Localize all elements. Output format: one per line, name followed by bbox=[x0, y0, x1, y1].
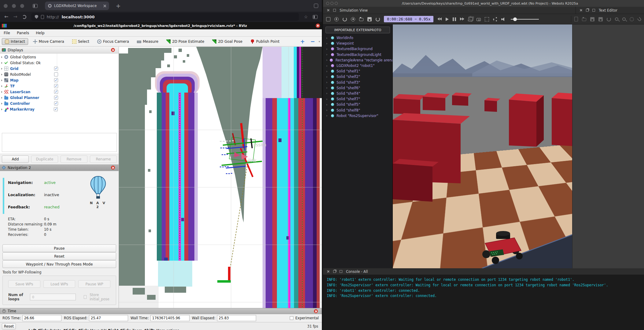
page-icon[interactable] bbox=[41, 15, 44, 19]
rviz-close-icon[interactable] bbox=[316, 24, 320, 28]
shield-icon[interactable] bbox=[35, 15, 38, 19]
pause-icon[interactable] bbox=[453, 17, 456, 21]
display-item[interactable]: TF bbox=[0, 83, 119, 89]
bookmark-star-icon[interactable]: ☆ bbox=[304, 14, 308, 19]
rendering-mode-icon[interactable] bbox=[468, 16, 473, 21]
tree-caret-icon[interactable]: › bbox=[326, 80, 329, 84]
text-editor-body[interactable] bbox=[572, 24, 644, 268]
quit-simulation-icon[interactable] bbox=[326, 17, 330, 21]
scene-tree-item[interactable]: › Solid "shelf3" bbox=[323, 80, 392, 85]
save-world-icon[interactable] bbox=[367, 17, 372, 21]
console-close-icon[interactable] bbox=[327, 270, 329, 273]
webots-minimize-icon[interactable] bbox=[330, 2, 333, 5]
forward-icon[interactable]: → bbox=[13, 14, 17, 19]
display-item[interactable]: Global Status: Ok bbox=[0, 60, 119, 66]
attach-icon[interactable] bbox=[637, 17, 642, 22]
goal-pose-tool-button[interactable]: 2D Goal Pose bbox=[209, 38, 245, 45]
save-as-icon[interactable] bbox=[598, 17, 603, 21]
reset-simulation-icon[interactable] bbox=[343, 17, 347, 21]
console-maximize-icon[interactable] bbox=[340, 270, 342, 273]
display-item[interactable]: Global Options bbox=[0, 54, 119, 60]
display-item[interactable]: RobotModel bbox=[0, 72, 119, 77]
importable-externproto-button[interactable]: IMPORTABLE EXTERNPROTO bbox=[326, 27, 390, 33]
scene-tree-item[interactable]: › RectangleArena "rectangle arena" bbox=[323, 57, 392, 63]
displays-close-icon[interactable] bbox=[111, 48, 115, 52]
sound-icon[interactable] bbox=[501, 17, 506, 21]
ted-undock-icon[interactable] bbox=[586, 9, 589, 12]
scene-tree-item[interactable]: › Solid "shelf1" bbox=[323, 68, 392, 74]
expand-caret-icon[interactable] bbox=[1, 85, 2, 87]
tree-caret-icon[interactable]: › bbox=[326, 42, 329, 46]
remove-tool-icon[interactable]: − bbox=[308, 38, 317, 45]
render-eye-icon[interactable] bbox=[351, 17, 355, 21]
display-item[interactable]: LaserScan bbox=[0, 89, 119, 95]
tree-caret-icon[interactable]: › bbox=[326, 53, 329, 57]
tool-options-caret-icon[interactable]: ▾ bbox=[318, 40, 320, 43]
scene-tree-item[interactable]: › Solid "shelf2" bbox=[323, 74, 392, 79]
sim-undock-icon[interactable] bbox=[333, 9, 336, 12]
tree-caret-icon[interactable]: › bbox=[326, 91, 329, 95]
find-replace-icon[interactable] bbox=[622, 17, 626, 21]
address-field[interactable]: http:// localhost:3000 bbox=[31, 13, 299, 21]
console-output[interactable]: INFO: 'robot1' extern controller: Waitin… bbox=[323, 275, 644, 301]
remove-display-button[interactable]: Remove bbox=[61, 156, 87, 163]
window-minimize-icon[interactable] bbox=[12, 4, 16, 8]
scene-tree-item[interactable]: › Robot "Ros2Supervisor" bbox=[323, 113, 392, 119]
reload-world-icon[interactable] bbox=[376, 17, 380, 21]
display-enabled-checkbox[interactable] bbox=[54, 72, 58, 76]
select-tool-button[interactable]: Select bbox=[69, 38, 92, 45]
ted-maximize-icon[interactable] bbox=[592, 9, 595, 12]
rviz-viewport[interactable]: ssim _link bbox=[119, 47, 322, 308]
screenshot-icon[interactable] bbox=[477, 18, 481, 21]
menu-file[interactable]: File bbox=[4, 31, 10, 35]
expand-caret-icon[interactable] bbox=[1, 97, 2, 99]
expand-caret-icon[interactable] bbox=[1, 79, 2, 81]
add-node-icon[interactable] bbox=[334, 17, 339, 21]
camera-reset-button[interactable]: Reset bbox=[2, 323, 16, 329]
display-item[interactable]: Controller bbox=[0, 101, 119, 106]
tree-caret-icon[interactable]: › bbox=[326, 36, 329, 40]
volume-slider[interactable] bbox=[511, 19, 539, 20]
expand-caret-icon[interactable] bbox=[1, 62, 2, 64]
browser-tab[interactable]: LGDXRobot2 Workspace bbox=[45, 2, 109, 10]
display-enabled-checkbox[interactable] bbox=[54, 78, 58, 82]
publish-point-tool-button[interactable]: Publish Point bbox=[247, 38, 282, 45]
pause-button[interactable]: Pause bbox=[2, 244, 116, 252]
window-close-icon[interactable] bbox=[4, 4, 8, 8]
scene-tree-item[interactable]: › Solid "shelf4" bbox=[323, 91, 392, 96]
scene-tree-item[interactable]: › TexturedBackgroundLight bbox=[323, 52, 392, 57]
waypoint-mode-button[interactable]: Waypoint / Nav Through Poses Mode bbox=[2, 260, 116, 268]
time-field-input[interactable] bbox=[217, 315, 256, 321]
save-file-icon[interactable] bbox=[590, 17, 594, 21]
scene-tree-item[interactable]: › WorldInfo bbox=[323, 35, 392, 41]
wp-button[interactable]: Pause WP bbox=[78, 280, 110, 288]
expand-caret-icon[interactable] bbox=[1, 56, 2, 58]
play-icon[interactable] bbox=[446, 17, 449, 21]
find-icon[interactable] bbox=[615, 17, 618, 21]
reload-icon[interactable] bbox=[22, 15, 26, 19]
tree-caret-icon[interactable]: › bbox=[326, 69, 329, 73]
reset-button[interactable]: Reset bbox=[2, 252, 116, 260]
display-item[interactable]: MarkerArray bbox=[0, 106, 119, 112]
scene-tree-item[interactable]: › Solid "shelf7" bbox=[323, 96, 392, 102]
display-enabled-checkbox[interactable] bbox=[54, 67, 58, 71]
downloads-icon[interactable] bbox=[313, 15, 318, 19]
store-initial-pose-checkbox[interactable] bbox=[84, 295, 86, 299]
simulation-time-display[interactable]: 0:00:26:688 0.95x bbox=[384, 16, 433, 22]
open-world-icon[interactable] bbox=[359, 18, 363, 21]
display-enabled-checkbox[interactable] bbox=[54, 84, 58, 88]
focus-camera-tool-button[interactable]: Focus Camera bbox=[94, 38, 132, 45]
sidebar-toggle-icon[interactable] bbox=[33, 4, 38, 8]
display-enabled-checkbox[interactable] bbox=[54, 107, 58, 111]
pose-estimate-tool-button[interactable]: 2D Pose Estimate bbox=[163, 38, 207, 45]
wp-button[interactable]: Load WPs bbox=[43, 280, 75, 288]
tree-caret-icon[interactable]: › bbox=[326, 86, 329, 90]
tree-caret-icon[interactable]: › bbox=[326, 97, 329, 101]
scene-tree-item[interactable]: › Viewpoint bbox=[323, 41, 392, 46]
experimental-checkbox[interactable] bbox=[290, 316, 293, 320]
console-undock-icon[interactable] bbox=[333, 270, 336, 273]
display-enabled-checkbox[interactable] bbox=[54, 90, 58, 94]
measure-tool-button[interactable]: Measure bbox=[134, 38, 161, 45]
tree-caret-icon[interactable]: › bbox=[326, 64, 329, 68]
tree-caret-icon[interactable]: › bbox=[326, 58, 327, 62]
